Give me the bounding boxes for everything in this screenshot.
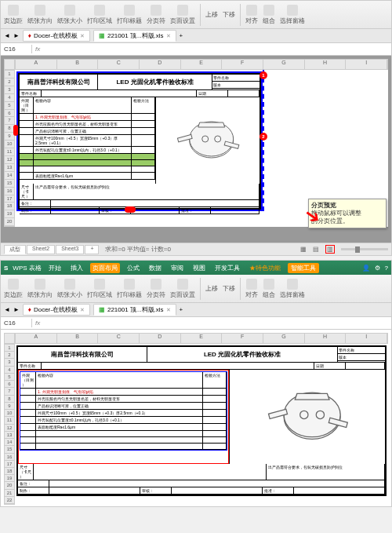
sheet-tab-1[interactable]: 成型 bbox=[4, 245, 26, 254]
company-name-2: 南昌普洋科技有限公司 bbox=[18, 347, 147, 362]
column-headers-2[interactable]: ABCDEFGHI bbox=[15, 333, 388, 344]
company-name: 南昌普洋科技有限公司 bbox=[20, 75, 98, 89]
cell-reference[interactable]: C16 bbox=[1, 45, 32, 53]
ribbon-down[interactable]: 下移 bbox=[223, 10, 235, 19]
part-drawing-2 bbox=[240, 381, 374, 452]
menu-insert[interactable]: 插入 bbox=[68, 263, 85, 273]
add-tab-icon[interactable]: + bbox=[180, 32, 183, 39]
doc-meta: 零件名称 版本 bbox=[212, 75, 260, 89]
menu-start[interactable]: 开始 bbox=[46, 263, 64, 273]
pane-before: 页边距 纸张方向 纸张大小 打印区域 打印标题 分页符 页面设置 上移 下移 对… bbox=[0, 0, 392, 256]
marker-1: 1 bbox=[260, 71, 267, 79]
nav-fwd-icon[interactable]: ► bbox=[13, 306, 20, 313]
close-icon[interactable]: ✕ bbox=[80, 33, 85, 39]
select-all-corner[interactable] bbox=[4, 59, 15, 70]
document-table-2: 南昌普洋科技有限公司 LED 光固化机零件验收标准 零件名称 版本 零件名称日期… bbox=[16, 345, 387, 496]
ribbon-orientation[interactable]: 纸张方向 bbox=[27, 5, 53, 25]
sheet-tab-3[interactable]: Sheet3 bbox=[56, 245, 84, 254]
ribbon-size-2[interactable]: 纸张大小 bbox=[57, 279, 82, 299]
menu-smart[interactable]: 智能工具 bbox=[288, 263, 319, 273]
ribbon-up[interactable]: 上移 bbox=[205, 10, 218, 19]
status-text: 求和=0 平均值= 计数=0 bbox=[105, 245, 170, 254]
ribbon-group-2[interactable]: 组合 bbox=[263, 279, 275, 299]
ribbon-up-2[interactable]: 上移 bbox=[205, 284, 218, 293]
ribbon-toolbar-2: 页边距 纸张方向 纸张大小 打印区域 打印标题 分页符 页面设置 上移 下移 对… bbox=[1, 275, 391, 303]
ribbon-pane[interactable]: 选择窗格 bbox=[280, 5, 305, 25]
ribbon-align[interactable]: 对齐 bbox=[245, 5, 258, 25]
menu-formula[interactable]: 公式 bbox=[125, 263, 142, 273]
zoom-slider[interactable] bbox=[341, 248, 388, 250]
ribbon-align-2[interactable]: 对齐 bbox=[245, 279, 258, 299]
close-icon[interactable]: ✕ bbox=[166, 307, 171, 313]
close-icon[interactable]: ✕ bbox=[80, 307, 85, 313]
menu-review[interactable]: 审阅 bbox=[169, 263, 186, 273]
column-headers[interactable]: ABCDEFGHI bbox=[15, 59, 388, 70]
ribbon-margins[interactable]: 页边距 bbox=[4, 5, 23, 25]
row-headers[interactable]: 1234567891011121314151617181920 bbox=[4, 70, 15, 227]
nav-back-icon[interactable]: ◄ bbox=[4, 32, 10, 39]
part-drawing bbox=[164, 113, 251, 168]
worksheet-canvas-2[interactable]: ABCDEFGHI 123456789101112131415161718192… bbox=[1, 330, 391, 506]
status-bar: 成型 Sheet2 Sheet3 + 求和=0 平均值= 计数=0 ▦ ▤ ▥ bbox=[1, 243, 391, 255]
row-headers-2[interactable]: 12345678910111213141516171819202122 bbox=[4, 344, 15, 505]
ribbon-print-titles-2[interactable]: 打印标题 bbox=[117, 279, 142, 299]
sheet-tab-2[interactable]: Sheet2 bbox=[27, 245, 55, 254]
menu-pagelayout[interactable]: 页面布局 bbox=[90, 263, 120, 273]
nav-fwd-icon[interactable]: ► bbox=[13, 32, 20, 39]
doc-title-2: LED 光固化机零件验收标准 bbox=[147, 347, 338, 362]
highlighted-region: 外观 （目测 ）检验内容检验方法 1. 外观无明显划痕、气泡等缺陷 外壳应颜色均… bbox=[18, 370, 229, 464]
tab-file[interactable]: ▦221001 顶...料版.xls✕ bbox=[93, 30, 176, 42]
ribbon-orientation-2[interactable]: 纸张方向 bbox=[27, 279, 53, 299]
ribbon-size[interactable]: 纸张大小 bbox=[57, 5, 82, 25]
tab-docer-2[interactable]: ♦Docer-在线模板✕ bbox=[23, 304, 90, 316]
marker-left bbox=[13, 125, 18, 136]
doc-title: LED 光固化机零件验收标准 bbox=[98, 75, 212, 89]
wps-brand: WPS 表格 bbox=[13, 264, 41, 272]
ribbon-toolbar: 页边距 纸张方向 纸张大小 打印区域 打印标题 分页符 页面设置 上移 下移 对… bbox=[1, 1, 391, 29]
tab-file-2[interactable]: ▦221001 顶...料版.xls✕ bbox=[93, 304, 176, 316]
ribbon-down-2[interactable]: 下移 bbox=[223, 284, 235, 293]
menu-data[interactable]: 数据 bbox=[147, 263, 164, 273]
marker-bottom bbox=[125, 206, 136, 213]
cell-reference-2[interactable]: C16 bbox=[1, 319, 32, 327]
ribbon-print-titles[interactable]: 打印标题 bbox=[117, 5, 142, 25]
pane-after: S WPS 表格 开始 插入 页面布局 公式 数据 审阅 视图 开发工具 ★特色… bbox=[0, 260, 392, 507]
menu-dev[interactable]: 开发工具 bbox=[212, 263, 242, 273]
marker-2: 2 bbox=[260, 133, 267, 141]
select-all-corner-2[interactable] bbox=[4, 333, 15, 344]
add-tab-icon[interactable]: + bbox=[180, 306, 183, 313]
fx-label-2[interactable]: fx bbox=[32, 319, 43, 327]
nav-back-icon[interactable]: ◄ bbox=[4, 306, 10, 313]
document-tabs-2: ◄ ► ♦Docer-在线模板✕ ▦221001 顶...料版.xls✕ + bbox=[1, 303, 391, 317]
wps-titlebar: S WPS 表格 开始 插入 页面布局 公式 数据 审阅 视图 开发工具 ★特色… bbox=[1, 261, 391, 275]
ribbon-print-area-2[interactable]: 打印区域 bbox=[87, 279, 112, 299]
formula-bar: C16 fx bbox=[1, 43, 391, 56]
wps-logo: S bbox=[4, 265, 8, 272]
fx-label[interactable]: fx bbox=[32, 45, 43, 53]
help-icon[interactable]: ? bbox=[385, 265, 388, 272]
ribbon-breaks[interactable]: 分页符 bbox=[147, 5, 165, 25]
ribbon-page-setup-2[interactable]: 页面设置 bbox=[170, 279, 195, 299]
ribbon-group[interactable]: 组合 bbox=[263, 5, 275, 25]
view-layout-icon[interactable]: ▤ bbox=[313, 246, 319, 253]
ribbon-pane-2[interactable]: 选择窗格 bbox=[280, 279, 305, 299]
menu-view[interactable]: 视图 bbox=[191, 263, 208, 273]
view-normal-icon[interactable]: ▦ bbox=[300, 246, 307, 253]
tab-docer[interactable]: ♦Docer-在线模板✕ bbox=[23, 30, 90, 42]
settings-icon[interactable]: ⚙ bbox=[375, 265, 380, 272]
ribbon-breaks-2[interactable]: 分页符 bbox=[147, 279, 165, 299]
ribbon-page-setup[interactable]: 页面设置 bbox=[170, 5, 195, 25]
page-break-vertical[interactable] bbox=[263, 70, 264, 211]
ribbon-print-area[interactable]: 打印区域 bbox=[87, 5, 112, 25]
sheet-tab-add[interactable]: + bbox=[85, 245, 99, 254]
user-icon[interactable]: 👤 bbox=[362, 265, 370, 272]
close-icon[interactable]: ✕ bbox=[166, 33, 171, 39]
document-table: 南昌普洋科技有限公司 LED 光固化机零件验收标准 零件名称 版本 零件名称日期… bbox=[18, 73, 261, 210]
document-tabs: ◄ ► ♦Docer-在线模板✕ ▦221001 顶...料版.xls✕ + bbox=[1, 29, 391, 43]
ribbon-margins-2[interactable]: 页边距 bbox=[4, 279, 23, 299]
menu-special[interactable]: ★特色功能 bbox=[247, 263, 283, 273]
view-break-icon[interactable]: ▥ bbox=[325, 245, 335, 254]
doc-meta-2: 零件名称 版本 bbox=[338, 347, 385, 362]
sheet-tabs: 成型 Sheet2 Sheet3 + bbox=[4, 245, 99, 254]
worksheet-canvas[interactable]: ABCDEFGHI 123456789101112131415161718192… bbox=[1, 56, 391, 243]
